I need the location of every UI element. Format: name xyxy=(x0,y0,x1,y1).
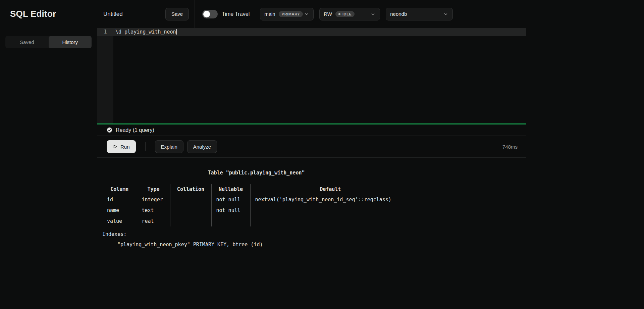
table-cell xyxy=(170,194,211,205)
tab-history[interactable]: History xyxy=(49,36,92,48)
idle-status-dot-icon xyxy=(338,13,340,15)
table-cell: nextval('playing_with_neon_id_seq'::regc… xyxy=(250,194,410,205)
analyze-button[interactable]: Analyze xyxy=(187,140,217,153)
sidebar: SQL Editor Saved History xyxy=(0,0,97,309)
save-button[interactable]: Save xyxy=(165,8,189,20)
compute-name: RW xyxy=(324,11,332,17)
table-cell: integer xyxy=(137,194,170,205)
column-header: Collation xyxy=(170,184,211,194)
compute-select[interactable]: RW IDLE xyxy=(319,8,380,20)
chevron-down-icon xyxy=(370,11,376,17)
results-pane: Table "public.playing_with_neon" Column … xyxy=(97,158,526,309)
table-cell xyxy=(170,205,211,216)
column-header: Column xyxy=(102,184,137,194)
results-table: Column Type Collation Nullable Default i… xyxy=(102,184,410,226)
table-cell: real xyxy=(137,216,170,226)
column-header: Type xyxy=(137,184,170,194)
index-entry: "playing_with_neon_pkey" PRIMARY KEY, bt… xyxy=(102,242,526,248)
page-title: SQL Editor xyxy=(0,0,97,19)
line-number: 1 xyxy=(97,28,113,36)
table-cell xyxy=(250,205,410,216)
column-header: Nullable xyxy=(211,184,250,194)
table-row: id integer not null nextval('playing_wit… xyxy=(102,194,410,205)
topbar: Untitled Save Time Travel main PRIMARY R… xyxy=(97,0,644,28)
time-travel-label: Time Travel xyxy=(222,11,255,17)
table-cell: id xyxy=(102,194,137,205)
check-circle-icon xyxy=(107,127,112,133)
column-header: Default xyxy=(250,184,410,194)
editor-gutter xyxy=(97,28,113,123)
table-cell xyxy=(170,216,211,226)
idle-badge: IDLE xyxy=(335,11,355,17)
toggle-knob-icon xyxy=(203,11,210,17)
branch-name: main xyxy=(264,11,275,17)
run-button-label: Run xyxy=(120,144,130,150)
ready-status-text: Ready (1 query) xyxy=(116,127,154,133)
status-bar: Ready (1 query) xyxy=(97,124,526,136)
tab-saved[interactable]: Saved xyxy=(5,36,49,48)
code-line: \d playing_with_neon xyxy=(115,28,177,36)
query-duration: 748ms xyxy=(502,144,518,150)
idle-badge-label: IDLE xyxy=(342,12,352,16)
code-editor[interactable]: 1 \d playing_with_neon xyxy=(97,28,526,123)
explain-button[interactable]: Explain xyxy=(155,140,183,153)
table-cell: not null xyxy=(211,194,250,205)
branch-select[interactable]: main PRIMARY xyxy=(260,8,314,20)
table-cell: not null xyxy=(211,205,250,216)
database-name: neondb xyxy=(390,11,407,17)
table-cell: value xyxy=(102,216,137,226)
play-icon xyxy=(113,144,117,149)
table-row: name text not null xyxy=(102,205,410,216)
table-cell xyxy=(250,216,410,226)
topbar-divider xyxy=(195,0,195,28)
sidebar-tabs: Saved History xyxy=(5,36,92,48)
primary-badge: PRIMARY xyxy=(279,11,303,17)
table-row: value real xyxy=(102,216,410,226)
table-cell: name xyxy=(102,205,137,216)
text-cursor xyxy=(176,29,177,35)
code-text: \d playing_with_neon xyxy=(115,29,176,35)
sql-editor-app: SQL Editor Saved History Untitled Save T… xyxy=(0,0,644,309)
table-cell: text xyxy=(137,205,170,216)
indexes-label: Indexes: xyxy=(102,231,526,237)
results-table-title: Table "public.playing_with_neon" xyxy=(102,170,410,176)
time-travel-toggle[interactable] xyxy=(202,10,218,18)
toolbar-divider xyxy=(145,142,146,151)
chevron-down-icon xyxy=(443,11,448,17)
run-button[interactable]: Run xyxy=(107,140,136,153)
query-toolbar: Run Explain Analyze 748ms xyxy=(97,136,526,158)
main-pane: Untitled Save Time Travel main PRIMARY R… xyxy=(97,0,644,309)
table-header-row: Column Type Collation Nullable Default xyxy=(102,184,410,194)
query-title: Untitled xyxy=(103,11,165,17)
database-select[interactable]: neondb xyxy=(386,8,453,20)
chevron-down-icon xyxy=(304,11,309,17)
table-cell xyxy=(211,216,250,226)
